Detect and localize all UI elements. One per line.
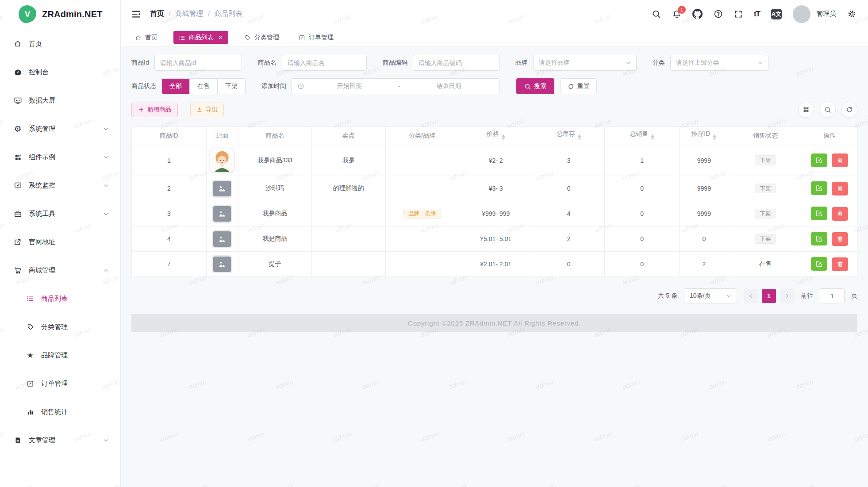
- sidebar-item-product-list[interactable]: 商品列表: [0, 288, 120, 310]
- delete-button[interactable]: [832, 153, 848, 167]
- app-logo[interactable]: V ZRAdmin.NET: [0, 0, 120, 28]
- notification-bell-icon[interactable]: 1: [672, 9, 681, 19]
- cell-sales: 1: [605, 145, 680, 176]
- settings-gear-icon[interactable]: [847, 9, 856, 19]
- category-select[interactable]: 请选择上级分类: [670, 55, 768, 71]
- sidebar-item-order-management[interactable]: 订单管理: [0, 372, 120, 395]
- fullscreen-icon[interactable]: [734, 10, 743, 19]
- delete-button[interactable]: [832, 257, 848, 271]
- sidebar-item-component-examples[interactable]: 组件示例: [0, 146, 120, 168]
- sidebar-item-brand-management[interactable]: ★品牌管理: [0, 344, 120, 366]
- columns-grid-icon[interactable]: [798, 102, 814, 118]
- add-product-button[interactable]: 新增商品: [131, 103, 178, 117]
- sort-carets-icon[interactable]: [578, 133, 581, 142]
- page-number-1[interactable]: 1: [762, 289, 776, 303]
- delete-button[interactable]: [832, 232, 848, 246]
- sidebar-item-category-management[interactable]: 分类管理: [0, 316, 120, 338]
- sidebar-item-official-site[interactable]: 官网地址: [0, 231, 120, 253]
- page-size-value: 10条/页: [690, 292, 711, 300]
- edit-button[interactable]: [811, 153, 827, 167]
- page-size-select[interactable]: 10条/页: [684, 288, 737, 303]
- edit-button[interactable]: [811, 257, 827, 271]
- tab-product-list[interactable]: 商品列表: [173, 31, 228, 44]
- start-date-placeholder[interactable]: 开始日期: [304, 82, 395, 90]
- help-icon[interactable]: [714, 9, 723, 19]
- tab-category-management[interactable]: 分类管理: [241, 31, 283, 44]
- sidebar-item-label: 分类管理: [41, 323, 68, 331]
- collapse-sidebar-icon[interactable]: [131, 9, 141, 19]
- breadcrumb-mall[interactable]: 商城管理: [175, 9, 203, 19]
- cell-brand: [385, 176, 459, 201]
- cell-status: 下架: [729, 226, 802, 252]
- cell-selling-point: [311, 201, 385, 226]
- image-placeholder-icon: [212, 205, 232, 223]
- sidebar-item-label: 系统工具: [29, 210, 55, 218]
- sidebar-item-console[interactable]: 控制台: [0, 61, 120, 83]
- sidebar-item-system-management[interactable]: ⚙系统管理: [0, 118, 120, 140]
- date-range-picker[interactable]: 开始日期 - 结束日期: [292, 78, 499, 94]
- table-refresh-icon[interactable]: [841, 102, 857, 118]
- sidebar-item-article-management[interactable]: 文章管理: [0, 429, 120, 451]
- tab-order-management[interactable]: 订单管理: [295, 31, 337, 44]
- chevron-down-icon: [726, 293, 731, 299]
- next-page-button[interactable]: [780, 289, 794, 303]
- column-header[interactable]: 总销量: [605, 127, 680, 145]
- user-avatar[interactable]: [793, 5, 810, 23]
- sidebar-item-sales-statistics[interactable]: 销售统计: [0, 401, 120, 423]
- product-name-label: 商品名: [258, 59, 277, 67]
- screen-icon: [13, 96, 22, 105]
- font-size-icon[interactable]: tT: [754, 10, 760, 19]
- status-radio-0[interactable]: 全部: [162, 79, 189, 94]
- product-code-label: 商品编码: [383, 59, 407, 67]
- brand-select[interactable]: 请选择品牌: [533, 55, 637, 71]
- cell-product-id: 7: [132, 252, 207, 277]
- edit-button[interactable]: [811, 207, 827, 220]
- tab-home[interactable]: 首页: [131, 31, 161, 44]
- column-header[interactable]: 价格: [459, 127, 533, 145]
- product-name-input[interactable]: [282, 55, 367, 71]
- column-header[interactable]: 排序ID: [680, 127, 729, 145]
- end-date-placeholder[interactable]: 结束日期: [403, 82, 494, 90]
- reset-button[interactable]: 重置: [561, 78, 597, 94]
- sidebar-item-mall-management[interactable]: 商城管理: [0, 259, 120, 281]
- prev-page-button[interactable]: [744, 289, 758, 303]
- table-row: 7提子¥2.01- 2.01002在售: [132, 252, 857, 277]
- sidebar-item-label: 商品列表: [41, 295, 68, 303]
- sort-carets-icon[interactable]: [713, 133, 716, 142]
- sidebar-item-system-monitor[interactable]: 系统监控: [0, 174, 120, 196]
- close-icon[interactable]: [218, 35, 223, 40]
- export-button[interactable]: 导出: [190, 103, 224, 117]
- cell-price: ¥2- 2: [459, 145, 533, 176]
- status-radio-1[interactable]: 在售: [189, 79, 217, 94]
- status-radio-2[interactable]: 下架: [217, 79, 245, 94]
- column-header[interactable]: 总库存: [533, 127, 604, 145]
- table-search-icon[interactable]: [820, 102, 836, 118]
- delete-button[interactable]: [832, 182, 848, 196]
- product-id-input[interactable]: [154, 55, 242, 71]
- sort-carets-icon[interactable]: [502, 133, 505, 142]
- category-label: 分类: [653, 59, 665, 67]
- edit-button[interactable]: [811, 181, 827, 195]
- delete-button[interactable]: [832, 207, 848, 221]
- username-label[interactable]: 管理员: [816, 10, 836, 18]
- cell-stock: 4: [533, 201, 604, 226]
- sidebar-item-system-tools[interactable]: 系统工具: [0, 203, 120, 225]
- search-button[interactable]: 搜索: [516, 78, 554, 94]
- sidebar-item-data-screen[interactable]: 数据大屏: [0, 89, 120, 111]
- cell-product-id: 4: [132, 226, 207, 252]
- product-code-input[interactable]: [413, 55, 499, 71]
- goto-page-input[interactable]: [820, 288, 845, 303]
- table-row: 4我是商品¥5.01- 5.01200下架: [132, 226, 857, 252]
- products-table: 商品ID封面商品名卖点分类/品牌价格总库存总销量排序ID销售状态操作 1我是商品…: [131, 127, 857, 277]
- github-icon[interactable]: [692, 9, 703, 19]
- language-icon[interactable]: A文: [771, 9, 782, 19]
- pagination: 共 5 条 10条/页 1 前往: [131, 288, 857, 303]
- sidebar-item-home[interactable]: 首页: [0, 33, 120, 55]
- sort-carets-icon[interactable]: [651, 133, 654, 142]
- edit-button[interactable]: [811, 232, 827, 245]
- breadcrumb-home[interactable]: 首页: [150, 9, 164, 19]
- product-cover-image[interactable]: [210, 148, 234, 173]
- brand-tag: 品牌：杂牌: [403, 209, 441, 219]
- filter-add-time: 添加时间 开始日期 - 结束日期: [261, 78, 499, 94]
- search-icon[interactable]: [652, 9, 661, 19]
